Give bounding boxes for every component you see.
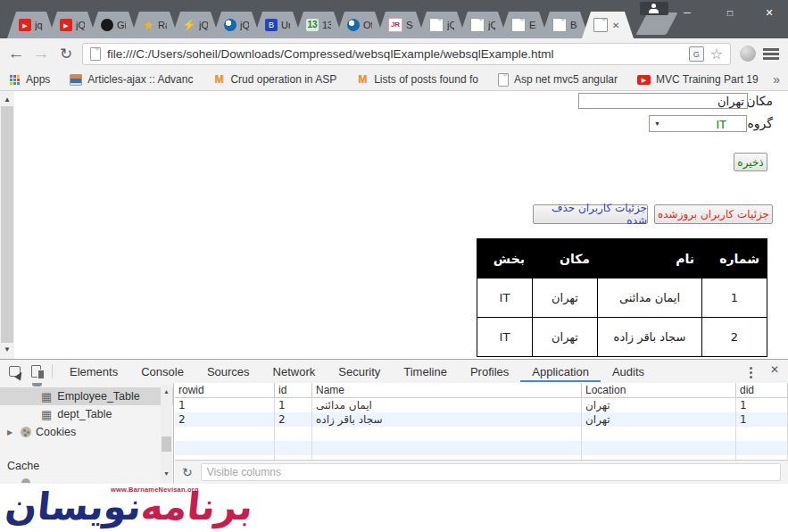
browser-tab[interactable]: JRSe [377, 12, 425, 38]
scrollbar-thumb[interactable] [1, 106, 13, 343]
scroll-down-arrow-icon[interactable]: ▼ [161, 470, 172, 477]
tab-close-icon[interactable]: ✕ [612, 21, 619, 30]
visible-columns-input[interactable] [201, 463, 781, 481]
grid-cell [312, 427, 582, 441]
window-maximize-button[interactable]: □ [715, 2, 745, 24]
grid-cell [582, 441, 736, 455]
bookmark-label: Crud operation in ASP [230, 73, 336, 86]
browser-tab[interactable]: ▶jQ [48, 12, 96, 38]
devtools-tab-console[interactable]: Console [129, 361, 195, 382]
bookmark-item[interactable]: MCrud operation in ASP [212, 73, 336, 86]
employee-table: شمارهناممکانبخش1ایمان مدائنیتهرانIT2سجاد… [477, 238, 767, 357]
devtools-tabs: ElementsConsoleSourcesNetworkSecurityTim… [58, 361, 656, 382]
sidebar-scrollbar[interactable]: ▲ ▼ [161, 385, 172, 482]
browser-tab[interactable]: jQ [459, 12, 507, 38]
grid-row[interactable]: 11ایمان مدائنیتهران1 [175, 398, 788, 412]
inspect-element-icon[interactable] [4, 360, 25, 383]
devtools-tab-sources[interactable]: Sources [195, 361, 261, 382]
browser-tab[interactable]: ▶jq [7, 12, 55, 38]
devtools-tab-audits[interactable]: Audits [601, 361, 656, 382]
bookmark-item[interactable]: Apps [8, 73, 50, 86]
tab-label: jQ [488, 20, 495, 30]
url-text[interactable]: file:///C:/Users/soheil/Downloads/Compre… [107, 47, 683, 61]
database-icon [32, 383, 42, 387]
grid-column-header[interactable]: id [275, 383, 312, 397]
browser-tab[interactable]: Er [500, 12, 548, 38]
browser-tab[interactable]: 1313 [294, 12, 343, 38]
youtube-favicon: ▶ [60, 19, 72, 31]
address-bar[interactable]: file:///C:/Users/soheil/Downloads/Compre… [82, 43, 731, 65]
page-scrollbar[interactable]: ▲ ▼ [0, 91, 14, 359]
scroll-down-arrow-icon[interactable]: ▼ [0, 345, 14, 353]
grid-cell [275, 427, 312, 441]
table-cell: ایمان مدائنی [598, 278, 702, 318]
grid-column-header[interactable]: Location [582, 383, 736, 397]
grid-row[interactable] [175, 427, 788, 441]
tree-expand-arrow-icon[interactable]: ▶ [7, 428, 16, 436]
browser-tab[interactable]: Of [336, 12, 384, 38]
sidebar-item-label: dept_Table [57, 408, 112, 420]
devtools-tab-profiles[interactable]: Profiles [459, 361, 520, 382]
grid-cell: ایمان مدائنی [312, 398, 582, 412]
grid-column-header[interactable]: did [736, 383, 788, 397]
translate-icon[interactable]: G [689, 46, 704, 62]
group-select[interactable]: IT ▼ [649, 115, 747, 132]
devtools-menu-dots-icon[interactable] [749, 366, 752, 378]
location-input[interactable] [578, 93, 748, 109]
bookmark-item[interactable]: Asp net mvc5 angular [498, 73, 618, 87]
devtools-sidebar: ▦Employee_Table▦dept_Table▶Cookies Cache… [0, 383, 174, 484]
grid-row[interactable]: 22سجاد باقر زادهتهران1 [175, 412, 788, 427]
bookmark-item[interactable]: MLists of posts found fo [356, 73, 478, 86]
devtools-tab-network[interactable]: Network [261, 361, 328, 382]
browser-tab[interactable]: jQ [212, 12, 261, 38]
window-close-button[interactable]: ✕ [754, 2, 784, 24]
tab-label: Ra [158, 20, 167, 30]
back-button[interactable]: ← [4, 38, 29, 69]
bookmark-star-icon[interactable]: ☆ [710, 47, 723, 62]
sidebar-item-dept_table[interactable]: ▦dept_Table [0, 405, 173, 423]
scroll-up-arrow-icon[interactable]: ▲ [161, 388, 172, 395]
browser-tab[interactable]: Bo [541, 12, 589, 38]
file-favicon [511, 18, 526, 32]
grid-row[interactable] [175, 441, 788, 455]
browser-tab[interactable]: BUr [253, 12, 302, 38]
save-button[interactable]: ذخیره [734, 153, 767, 171]
websql-data-grid: rowididNameLocationdid11ایمان مدائنیتهرا… [175, 383, 788, 460]
sidebar-item-cookies[interactable]: ▶Cookies [0, 423, 173, 441]
bookmark-item[interactable]: Articles-ajax :: Advanc [70, 73, 193, 86]
browser-tab-active[interactable]: ✕ [582, 12, 634, 38]
browser-tab[interactable]: ⚡jQ [171, 12, 220, 38]
m-bookmark-icon: M [212, 73, 225, 86]
grid-column-header[interactable]: rowid [175, 383, 275, 397]
grid-cell: 1 [736, 412, 788, 427]
chrome-menu-button[interactable] [763, 48, 779, 59]
bookmark-item[interactable]: ▶MVC Training Part 19 [637, 73, 759, 86]
scrollbar-thumb[interactable] [162, 436, 171, 452]
grid-cell: سجاد باقر زاده [312, 412, 582, 427]
refresh-icon[interactable]: ↻ [182, 466, 193, 478]
tab-label: Er [529, 20, 536, 30]
tab-label: 13 [322, 20, 331, 30]
deleted-users-details-button[interactable]: جزئیات کاربران حذف شده [533, 204, 648, 224]
updated-users-details-button[interactable]: جزئیات کاربران بروزشده [654, 204, 773, 224]
window-minimize-button[interactable]: ─ [672, 2, 702, 24]
browser-tab[interactable]: Gi [89, 12, 137, 38]
browser-tab[interactable]: jQ [418, 12, 466, 38]
devtools-tab-security[interactable]: Security [327, 361, 392, 382]
profile-avatar-button[interactable] [640, 2, 668, 15]
sidebar-item-employee_table[interactable]: ▦Employee_Table [0, 387, 173, 405]
reload-button[interactable]: ↻ [54, 38, 79, 69]
devtools-tab-application[interactable]: Application [520, 361, 601, 382]
sidebar-item-label: Cookies [36, 426, 76, 438]
extension-icon[interactable] [740, 46, 756, 62]
devtools-tab-elements[interactable]: Elements [58, 361, 129, 382]
grid-column-header[interactable]: Name [312, 383, 582, 397]
browser-tab[interactable]: ★Ra [130, 12, 178, 38]
scroll-up-arrow-icon[interactable]: ▲ [0, 96, 14, 104]
file-favicon [470, 18, 485, 32]
table-cell: 2 [702, 318, 767, 357]
bookmarks-overflow-chevron[interactable]: » [773, 72, 780, 87]
device-toolbar-icon[interactable] [25, 360, 46, 383]
devtools-close-icon[interactable]: ✕ [770, 363, 779, 376]
devtools-tab-timeline[interactable]: Timeline [392, 361, 459, 382]
